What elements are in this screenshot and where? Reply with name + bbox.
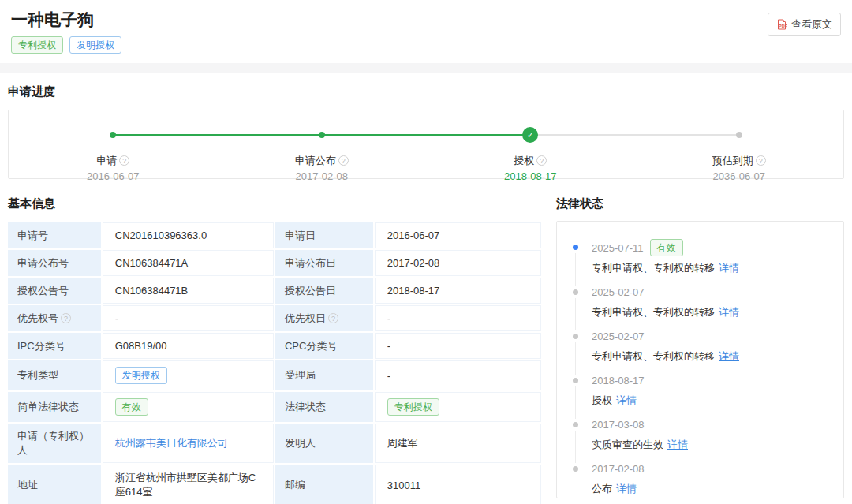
page-title: 一种电子狗 xyxy=(11,9,841,30)
step-estimated-expiry: 预估到期 2036-06-07 xyxy=(635,154,844,184)
view-original-button[interactable]: PDF 查看原文 xyxy=(768,13,841,36)
step-date: 2018-08-17 xyxy=(426,169,635,184)
field-label: 申请号 xyxy=(8,222,101,248)
table-row: 简单法律状态 有效 法律状态 专利授权 xyxy=(8,392,541,422)
field-value: - xyxy=(103,305,274,331)
legal-event: 专利申请权、专利权的转移 xyxy=(592,306,715,318)
step-dot-published xyxy=(319,132,325,138)
step-dot-expiry xyxy=(736,132,742,138)
legal-status-item: 2017-03-08 实质审查的生效详情 xyxy=(573,416,824,461)
help-icon[interactable] xyxy=(328,313,338,323)
help-icon[interactable] xyxy=(338,155,349,166)
step-label: 授权 xyxy=(514,155,534,166)
field-value: G08B19/00 xyxy=(103,333,274,359)
field-value: 专利授权 xyxy=(375,392,541,422)
legal-status-badge: 专利授权 xyxy=(387,398,439,416)
legal-date: 2025-07-11 xyxy=(592,240,644,256)
field-label: CPC分类号 xyxy=(275,333,373,359)
legal-event: 专利申请权、专利权的转移 xyxy=(592,262,715,274)
legal-event: 公布 xyxy=(592,483,612,495)
tag-row: 专利授权 发明授权 xyxy=(11,36,841,54)
help-icon[interactable] xyxy=(756,155,766,166)
timeline-connector xyxy=(575,431,576,463)
progress-line-future xyxy=(530,134,739,136)
progress-timeline-card: ✓ 申请 2016-06-07 申请公布 2017-02-08 授权 2018-… xyxy=(8,110,844,179)
field-value: 周建军 xyxy=(375,424,541,463)
field-label: 授权公告号 xyxy=(8,278,101,304)
view-original-label: 查看原文 xyxy=(791,17,832,32)
legal-status-item: 2025-02-07 专利申请权、专利权的转移详情 xyxy=(573,328,824,372)
legal-event: 专利申请权、专利权的转移 xyxy=(592,350,715,362)
timeline-dot xyxy=(573,245,578,250)
detail-link[interactable]: 详情 xyxy=(719,306,739,318)
timeline-dot xyxy=(573,422,578,427)
timeline-dot xyxy=(573,466,578,472)
detail-link[interactable]: 详情 xyxy=(616,483,637,495)
field-label: 受理局 xyxy=(275,360,373,390)
table-row: 优先权号 - 优先权日 - xyxy=(8,305,541,331)
field-value: 杭州露韦美日化有限公司 xyxy=(103,424,274,463)
field-label: IPC分类号 xyxy=(8,333,101,359)
detail-link[interactable]: 详情 xyxy=(667,439,688,450)
step-dot-filed xyxy=(110,132,116,138)
table-row: 授权公告号 CN106384471B 授权公告日 2018-08-17 xyxy=(8,278,541,304)
field-value: CN106384471A xyxy=(103,250,274,276)
tag-patent-granted: 专利授权 xyxy=(11,36,63,54)
header: 一种电子狗 专利授权 发明授权 PDF 查看原文 xyxy=(0,0,852,63)
legal-event: 授权 xyxy=(592,394,612,406)
field-label: 发明人 xyxy=(275,424,373,463)
step-check-icon: ✓ xyxy=(522,127,538,143)
legal-date: 2025-02-07 xyxy=(592,284,824,301)
progress-track: ✓ xyxy=(9,127,843,143)
step-date: 2036-06-07 xyxy=(635,169,844,184)
table-row: 申请公布号 CN106384471A 申请公布日 2017-02-08 xyxy=(8,250,541,276)
basic-info-table: 申请号 CN201610396363.0 申请日 2016-06-07 申请公布… xyxy=(6,221,543,504)
timeline-connector xyxy=(575,253,576,286)
timeline-connector xyxy=(575,342,576,375)
step-date: 2017-02-08 xyxy=(218,169,427,184)
field-value: 310011 xyxy=(375,465,541,504)
step-label: 申请 xyxy=(96,155,117,166)
step-label: 申请公布 xyxy=(295,155,336,166)
legal-date: 2025-02-07 xyxy=(592,328,824,345)
step-granted: 授权 2018-08-17 xyxy=(426,154,635,184)
timeline-dot xyxy=(573,289,578,295)
field-value: 有效 xyxy=(103,392,274,422)
field-label: 申请公布号 xyxy=(8,250,101,276)
field-label: 申请日 xyxy=(275,222,373,248)
field-value: 发明授权 xyxy=(103,360,274,390)
timeline-connector xyxy=(575,298,576,330)
step-label: 预估到期 xyxy=(712,155,753,166)
field-value: 2018-08-17 xyxy=(375,278,541,304)
patent-type-badge: 发明授权 xyxy=(115,367,167,384)
help-icon[interactable] xyxy=(61,313,71,323)
help-icon[interactable] xyxy=(119,155,129,166)
legal-status-item: 2018-08-17 授权详情 xyxy=(573,372,824,416)
legal-status-item: 2017-02-08 公布详情 xyxy=(573,461,824,498)
field-label: 授权公告日 xyxy=(275,278,373,304)
help-icon[interactable] xyxy=(536,155,547,166)
legal-status-title: 法律状态 xyxy=(556,196,844,211)
legal-date: 2017-03-08 xyxy=(592,416,824,433)
detail-link[interactable]: 详情 xyxy=(616,394,637,406)
simple-legal-status-badge: 有效 xyxy=(115,398,148,416)
field-value: 浙江省杭州市拱墅区美都广场C座614室 xyxy=(103,465,274,504)
field-label: 专利类型 xyxy=(8,360,101,390)
step-filed: 申请 2016-06-07 xyxy=(9,154,218,184)
applicant-link[interactable]: 杭州露韦美日化有限公司 xyxy=(115,437,228,449)
section-divider xyxy=(0,63,852,73)
field-label: 申请（专利权）人 xyxy=(8,424,101,463)
field-label: 简单法律状态 xyxy=(8,392,101,422)
field-label: 优先权日 xyxy=(275,305,373,331)
field-value: CN201610396363.0 xyxy=(103,222,274,248)
tag-invention-granted: 发明授权 xyxy=(69,36,121,54)
legal-status-card: 2025-07-11有效 专利申请权、专利权的转移详情 2025-02-07 专… xyxy=(556,221,844,498)
field-label: 优先权号 xyxy=(8,305,101,331)
table-row: IPC分类号 G08B19/00 CPC分类号 - xyxy=(8,333,541,359)
field-label: 申请公布日 xyxy=(275,250,373,276)
legal-date: 2017-02-08 xyxy=(592,461,824,477)
progress-step-labels: 申请 2016-06-07 申请公布 2017-02-08 授权 2018-08… xyxy=(9,154,843,184)
detail-link[interactable]: 详情 xyxy=(719,350,739,362)
field-label: 邮编 xyxy=(275,465,373,504)
detail-link[interactable]: 详情 xyxy=(719,262,739,274)
